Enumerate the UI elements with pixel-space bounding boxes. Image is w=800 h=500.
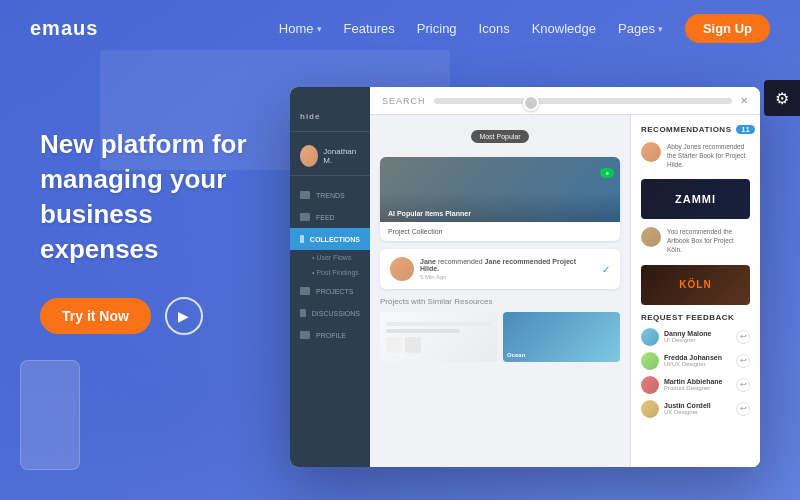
feed-image-nature: AI Popular Items Planner ● — [380, 157, 620, 222]
feedback-section-title: REQUEST FEEDBACK — [641, 313, 750, 322]
feedback-info-2: Fredda Johansen UI/UX Designer — [664, 354, 731, 367]
similar-card-1 — [380, 312, 497, 362]
feedback-item-3: Martin Abbiehane Product Designer ↩ — [641, 376, 750, 394]
rec-image-koln: KÖLN — [641, 265, 750, 305]
feed-icon — [300, 213, 310, 221]
feedback-info-3: Martin Abbiehane Product Designer — [664, 378, 731, 391]
feed-notification: Jane recommended Jane recommended Projec… — [380, 249, 620, 289]
close-icon[interactable]: ✕ — [740, 95, 748, 106]
sidebar-item-trends[interactable]: TRENDS — [290, 184, 370, 206]
hero-left: New platform for managing your business … — [40, 97, 260, 335]
hero-content: New platform for managing your business … — [0, 57, 800, 467]
feedback-item-1: Danny Malone UI Designer ↩ — [641, 328, 750, 346]
sidebar-user: Jonathan M. — [290, 137, 370, 176]
app-content-area: Most Popular AI Popular Items Planner ● — [370, 115, 760, 467]
nav-pricing[interactable]: Pricing — [417, 21, 457, 36]
navbar: emaus Home ▾ Features Pricing Icons Know… — [0, 0, 800, 57]
play-icon: ▶ — [178, 308, 189, 324]
hero-title: New platform for managing your business … — [40, 127, 260, 267]
feed-card-image: AI Popular Items Planner ● Project Colle… — [380, 157, 620, 241]
similar-label: Projects with Similar Resources — [380, 297, 620, 306]
feedback-avatar-4 — [641, 400, 659, 418]
sidebar-logo-text: hide — [300, 112, 320, 121]
rec-title: RECOMMENDATIONS 11 — [641, 125, 750, 134]
feedback-reply-4[interactable]: ↩ — [736, 402, 750, 416]
rec-avatar-2 — [641, 227, 661, 247]
rec-text-2: You recommended the Artbook Box for Proj… — [667, 227, 750, 254]
feedback-reply-2[interactable]: ↩ — [736, 354, 750, 368]
rec-item-1: Abby Jones recommended the Starter Book … — [641, 142, 750, 169]
sidebar-sub-user-flows[interactable]: • User Flows — [290, 250, 370, 265]
nav-home[interactable]: Home ▾ — [279, 21, 322, 36]
search-label: SEARCH — [382, 96, 426, 106]
avatar — [300, 145, 318, 167]
search-slider[interactable] — [434, 98, 732, 104]
settings-gear-icon[interactable]: ⚙ — [764, 80, 800, 116]
app-main: SEARCH ✕ Most Popular A — [370, 87, 760, 467]
similar-resources: Projects with Similar Resources — [380, 297, 620, 362]
sidebar-sub-post-findings[interactable]: • Post Findings — [290, 265, 370, 280]
trends-icon — [300, 191, 310, 199]
feedback-reply-3[interactable]: ↩ — [736, 378, 750, 392]
nav-features[interactable]: Features — [344, 21, 395, 36]
profile-icon — [300, 331, 310, 339]
app-sidebar: hide Jonathan M. TRENDS FEED COLLECTIONS — [290, 87, 370, 467]
sidebar-item-profile[interactable]: PROFILE — [290, 324, 370, 346]
feedback-item-2: Fredda Johansen UI/UX Designer ↩ — [641, 352, 750, 370]
projects-icon — [300, 287, 310, 295]
similar-card-2: Ocean — [503, 312, 620, 362]
nav-knowledge[interactable]: Knowledge — [532, 21, 596, 36]
notif-text: Jane recommended Jane recommended Projec… — [420, 258, 596, 280]
feed-area: Most Popular AI Popular Items Planner ● — [370, 115, 630, 467]
checkmark-icon: ✓ — [602, 264, 610, 275]
feedback-info-4: Justin Cordell UX Designer — [664, 402, 731, 415]
rec-image-zammi: ZAMMI — [641, 179, 750, 219]
rec-count-badge: 11 — [736, 125, 755, 134]
app-screenshot: hide Jonathan M. TRENDS FEED COLLECTIONS — [290, 87, 770, 467]
feedback-avatar-3 — [641, 376, 659, 394]
nav-icons[interactable]: Icons — [479, 21, 510, 36]
nav-pages[interactable]: Pages ▾ — [618, 21, 663, 36]
sidebar-item-projects[interactable]: PROJECTS — [290, 280, 370, 302]
sidebar-item-feed[interactable]: FEED — [290, 206, 370, 228]
discussions-icon — [300, 309, 306, 317]
hero-actions: Try it Now ▶ — [40, 297, 260, 335]
feedback-avatar-2 — [641, 352, 659, 370]
signup-button[interactable]: Sign Up — [685, 14, 770, 43]
collections-icon — [300, 235, 304, 243]
brand-logo: emaus — [30, 17, 98, 40]
rec-avatar-1 — [641, 142, 661, 162]
status-badge: ● — [600, 168, 614, 178]
search-bar: SEARCH ✕ — [370, 87, 760, 115]
sidebar-item-discussions[interactable]: DISCUSSIONS — [290, 302, 370, 324]
sidebar-logo: hide — [290, 97, 370, 132]
feed-card-text: Project Collection — [380, 222, 620, 241]
nav-links: Home ▾ Features Pricing Icons Knowledge … — [279, 14, 770, 43]
try-now-button[interactable]: Try it Now — [40, 298, 151, 334]
sidebar-username: Jonathan M. — [323, 147, 360, 165]
recommendations-panel: RECOMMENDATIONS 11 Abby Jones recommende… — [630, 115, 760, 467]
feedback-avatar-1 — [641, 328, 659, 346]
feed-image-overlay: AI Popular Items Planner — [388, 210, 471, 217]
notif-avatar — [390, 257, 414, 281]
play-button[interactable]: ▶ — [165, 297, 203, 335]
similar-cards-container: Ocean — [380, 312, 620, 362]
feedback-reply-1[interactable]: ↩ — [736, 330, 750, 344]
most-popular-badge: Most Popular — [471, 130, 528, 143]
chevron-down-icon: ▾ — [317, 24, 322, 34]
rec-text-1: Abby Jones recommended the Starter Book … — [667, 142, 750, 169]
chevron-down-icon: ▾ — [658, 24, 663, 34]
feedback-info-1: Danny Malone UI Designer — [664, 330, 731, 343]
feedback-item-4: Justin Cordell UX Designer ↩ — [641, 400, 750, 418]
rec-item-2: You recommended the Artbook Box for Proj… — [641, 227, 750, 254]
app-window: hide Jonathan M. TRENDS FEED COLLECTIONS — [290, 87, 760, 467]
sidebar-item-collections[interactable]: COLLECTIONS — [290, 228, 370, 250]
